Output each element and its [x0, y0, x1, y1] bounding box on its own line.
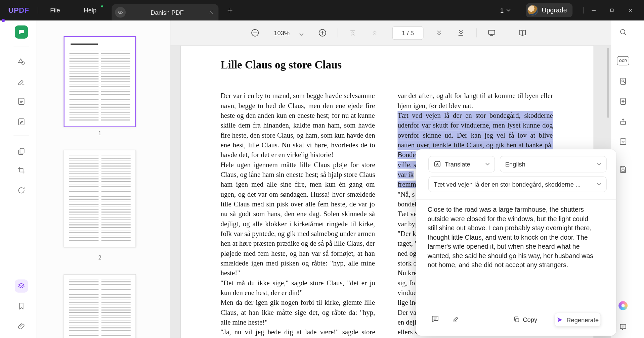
close-button[interactable]	[624, 0, 638, 20]
panel-accent-dot	[2, 19, 5, 22]
reader-view-button[interactable]	[15, 95, 28, 108]
comment-tool-icon	[18, 28, 25, 36]
doc-text-line: nu så godt som hans, den ene dag. Solen …	[221, 209, 375, 219]
svg-text:A: A	[436, 162, 439, 166]
bookmark-icon	[17, 302, 25, 310]
doc-text-line: Claus, at han ikke måtte sige det, og rå…	[221, 308, 375, 318]
document-tab[interactable]: Danish PDF	[112, 4, 219, 20]
search-icon	[619, 28, 627, 36]
feedback-note-icon	[619, 323, 627, 331]
page-number-input[interactable]: 1 / 5	[392, 26, 424, 40]
doc-text-line: skille dem fra hinanden, kaldte man ham,…	[221, 120, 375, 130]
last-page-button[interactable]	[456, 28, 466, 38]
doc-text-line: dejligt, og alle klokker i kirketårnet r…	[221, 219, 375, 229]
doc-text-line: hjem igen, før det blev nat.	[397, 101, 553, 111]
organize-pages-button[interactable]	[15, 145, 28, 158]
upgrade-button[interactable]: Upgrade	[526, 3, 573, 17]
copy-label: Copy	[523, 316, 537, 323]
summarize-button[interactable]	[617, 96, 629, 107]
zoom-level[interactable]: 103%	[269, 20, 295, 46]
add-comment-button[interactable]	[430, 314, 440, 324]
send-icon	[557, 316, 564, 323]
doc-text-line: ene hest, lille Claus. Nu skal vi høre, …	[221, 140, 375, 150]
highlighter-icon	[451, 315, 460, 323]
language-dropdown[interactable]: English	[500, 156, 607, 173]
reading-mode-button[interactable]	[517, 28, 528, 38]
convert-button[interactable]	[15, 184, 28, 197]
toolbar-divider	[338, 28, 338, 37]
new-tab-button[interactable]	[227, 7, 233, 14]
doc-text-line: natten over, tænkte lille Claus, og gik …	[397, 140, 553, 150]
chevron-down-icon	[597, 183, 601, 185]
bookmark-panel-button[interactable]	[15, 299, 28, 312]
ocr-label: OCR	[619, 59, 627, 63]
search-button[interactable]	[617, 26, 629, 38]
share-button[interactable]	[617, 116, 629, 128]
previous-page-button[interactable]	[369, 28, 380, 38]
maximize-button[interactable]	[605, 0, 619, 20]
doc-text-line: havde det, for det er en virkelig histor…	[221, 150, 375, 160]
crop-tool-button[interactable]	[15, 164, 28, 177]
attachment-panel-button[interactable]	[15, 320, 28, 333]
translate-tool-dropdown[interactable]: A Translate	[428, 156, 495, 173]
toolbar-divider	[13, 46, 29, 46]
tab-title: Danish PDF	[126, 9, 209, 16]
tab-close-icon[interactable]	[209, 10, 214, 15]
doc-text-line: kun den ene hest, der er din!"	[221, 288, 375, 298]
next-page-button[interactable]	[434, 28, 444, 38]
help-notification-dot	[101, 5, 103, 7]
doc-text-line: smældede igen med pisken og råbte: "hyp,…	[221, 258, 375, 268]
source-text-dropdown[interactable]: Tæt ved vejen lå der en stor bondegård, …	[428, 177, 607, 192]
doc-text-line: Der var i en by to mænd, som begge havde…	[221, 91, 375, 101]
comment-tool-button[interactable]	[15, 26, 28, 39]
chevron-down-icon	[485, 163, 489, 165]
extract-pages-button[interactable]	[617, 76, 629, 87]
user-avatar	[527, 5, 538, 16]
translation-text: Close to the road was a large farmhouse,…	[428, 205, 596, 270]
first-page-button[interactable]	[347, 28, 358, 38]
page-thumbnail-3[interactable]	[63, 274, 136, 338]
thumbnail-text-column	[101, 155, 130, 242]
thumbnail-text-column	[101, 50, 130, 122]
shapes-tool-button[interactable]	[15, 55, 28, 68]
ai-assistant-button[interactable]	[617, 300, 629, 311]
doc-text-line: Men da der igen gik nogen forbi til kirk…	[221, 298, 375, 308]
doc-text-line: Tæt ved vejen lå der en stor bondegård, …	[397, 111, 553, 120]
doc-text-line: ugen, og det var om søndagen. Hussa! hvo…	[221, 190, 375, 199]
open-docs-dropdown[interactable]: 1	[500, 0, 511, 20]
doc-text-line: Claus, og låne ham sin eneste hest; så h…	[221, 170, 375, 180]
regenerate-button[interactable]: Regenerate	[554, 313, 601, 327]
highlight-button[interactable]	[450, 314, 460, 324]
document-title: Lille Claus og store Claus	[221, 59, 342, 71]
ocr-icon[interactable]: OCR	[617, 56, 629, 65]
zoom-in-button[interactable]	[317, 28, 328, 38]
thumbnail-panel-toggle[interactable]	[15, 280, 28, 293]
zoom-dropdown-caret[interactable]	[296, 29, 307, 40]
minimize-button[interactable]	[587, 0, 601, 20]
page-thumbnail-1[interactable]	[63, 36, 136, 127]
translate-label: Translate	[445, 161, 470, 168]
titlebar: UPDF File Help Danish PDF 1 Upgrade	[0, 0, 644, 20]
feedback-button[interactable]	[617, 321, 629, 333]
doc-text-line: "Det må du ikke sige," sagde store Claus…	[221, 278, 375, 288]
comment-icon	[431, 315, 439, 323]
popup-divider	[416, 199, 616, 200]
zoom-out-button[interactable]	[250, 28, 260, 38]
save-icon	[619, 165, 627, 174]
vertical-scrollbar[interactable]	[607, 48, 609, 118]
page-thumbnail-2[interactable]	[63, 150, 136, 247]
collapse-panel-button[interactable]	[617, 136, 629, 147]
extract-pages-icon	[619, 77, 627, 85]
translate-popup: A Translate English Tæt ved vejen lå der…	[416, 149, 616, 336]
copy-button[interactable]: Copy	[513, 314, 537, 324]
doc-text-line: alle mine heste!"	[221, 318, 375, 327]
ai-assistant-icon	[618, 301, 628, 310]
fill-sign-button[interactable]	[15, 115, 28, 129]
menu-help[interactable]: Help	[84, 0, 96, 20]
slideshow-button[interactable]	[486, 28, 497, 38]
eye-off-icon	[115, 7, 126, 18]
doc-text-line: ovenfor skinne ud. Der kan jeg vel få lo…	[397, 131, 553, 140]
edit-pdf-button[interactable]	[15, 76, 28, 89]
menu-file[interactable]: File	[50, 0, 60, 20]
save-button[interactable]	[617, 164, 629, 175]
